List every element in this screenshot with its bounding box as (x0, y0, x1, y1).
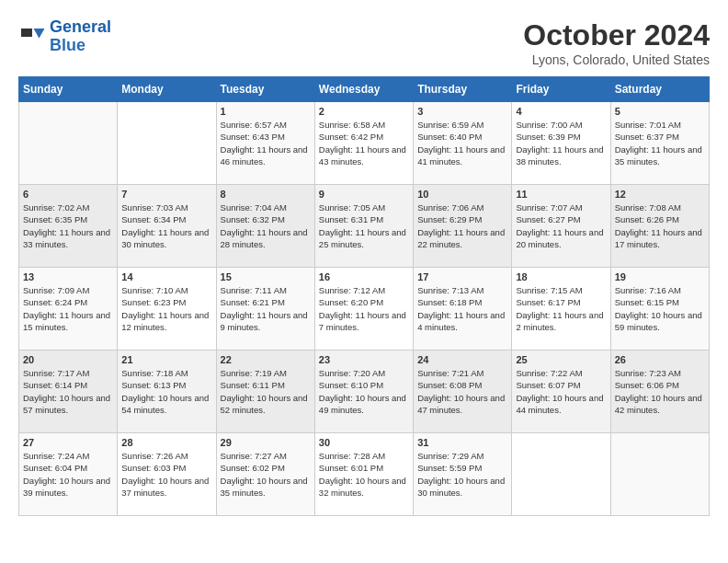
logo-line2: Blue (50, 36, 85, 54)
column-header-tuesday: Tuesday (216, 77, 314, 102)
day-number: 25 (516, 354, 606, 365)
day-number: 14 (121, 271, 211, 282)
day-info: Sunrise: 6:57 AM Sunset: 6:43 PM Dayligh… (221, 119, 311, 167)
day-info: Sunrise: 7:28 AM Sunset: 6:01 PM Dayligh… (319, 450, 409, 499)
day-cell: 23Sunrise: 7:20 AM Sunset: 6:10 PM Dayli… (314, 350, 413, 433)
day-cell: 24Sunrise: 7:21 AM Sunset: 6:08 PM Dayli… (414, 350, 512, 433)
day-cell: 19Sunrise: 7:16 AM Sunset: 6:15 PM Dayli… (610, 268, 709, 350)
day-info: Sunrise: 7:24 AM Sunset: 6:04 PM Dayligh… (23, 450, 113, 499)
column-header-thursday: Thursday (414, 77, 512, 102)
day-cell: 6Sunrise: 7:02 AM Sunset: 6:35 PM Daylig… (19, 185, 118, 268)
day-cell: 11Sunrise: 7:07 AM Sunset: 6:27 PM Dayli… (512, 185, 610, 268)
day-info: Sunrise: 7:29 AM Sunset: 5:59 PM Dayligh… (417, 450, 507, 499)
day-cell: 1Sunrise: 6:57 AM Sunset: 6:43 PM Daylig… (216, 102, 314, 185)
week-row-5: 27Sunrise: 7:24 AM Sunset: 6:04 PM Dayli… (19, 433, 710, 516)
header-row: SundayMondayTuesdayWednesdayThursdayFrid… (19, 77, 710, 102)
day-cell: 15Sunrise: 7:11 AM Sunset: 6:21 PM Dayli… (216, 268, 314, 350)
day-number: 17 (417, 271, 507, 282)
day-info: Sunrise: 7:23 AM Sunset: 6:06 PM Dayligh… (615, 367, 705, 416)
day-cell: 30Sunrise: 7:28 AM Sunset: 6:01 PM Dayli… (314, 433, 413, 516)
day-number: 27 (23, 437, 113, 448)
day-cell: 8Sunrise: 7:04 AM Sunset: 6:32 PM Daylig… (216, 185, 314, 268)
column-header-wednesday: Wednesday (314, 77, 413, 102)
day-cell (118, 102, 216, 185)
page-header: General Blue October 2024 Lyons, Colorad… (18, 18, 710, 67)
day-cell: 10Sunrise: 7:06 AM Sunset: 6:29 PM Dayli… (414, 185, 512, 268)
day-cell: 5Sunrise: 7:01 AM Sunset: 6:37 PM Daylig… (610, 102, 709, 185)
day-cell: 16Sunrise: 7:12 AM Sunset: 6:20 PM Dayli… (314, 268, 413, 350)
column-header-monday: Monday (118, 77, 216, 102)
day-info: Sunrise: 7:05 AM Sunset: 6:31 PM Dayligh… (319, 201, 409, 250)
logo-icon (18, 23, 46, 51)
day-cell (19, 102, 118, 185)
day-info: Sunrise: 7:11 AM Sunset: 6:21 PM Dayligh… (221, 284, 311, 333)
day-cell: 21Sunrise: 7:18 AM Sunset: 6:13 PM Dayli… (118, 350, 216, 433)
day-info: Sunrise: 7:10 AM Sunset: 6:23 PM Dayligh… (121, 284, 211, 333)
day-cell: 26Sunrise: 7:23 AM Sunset: 6:06 PM Dayli… (610, 350, 709, 433)
day-number: 11 (516, 189, 606, 200)
column-header-sunday: Sunday (19, 77, 118, 102)
week-row-2: 6Sunrise: 7:02 AM Sunset: 6:35 PM Daylig… (19, 185, 710, 268)
day-number: 3 (417, 106, 507, 117)
day-number: 26 (615, 354, 705, 365)
calendar-table: SundayMondayTuesdayWednesdayThursdayFrid… (18, 76, 710, 516)
day-number: 1 (221, 106, 311, 117)
day-number: 6 (23, 189, 113, 200)
day-number: 13 (23, 271, 113, 282)
day-cell: 9Sunrise: 7:05 AM Sunset: 6:31 PM Daylig… (314, 185, 413, 268)
day-cell: 25Sunrise: 7:22 AM Sunset: 6:07 PM Dayli… (512, 350, 610, 433)
day-number: 28 (121, 437, 211, 448)
day-number: 24 (417, 354, 507, 365)
logo: General Blue (18, 18, 111, 55)
day-cell: 3Sunrise: 6:59 AM Sunset: 6:40 PM Daylig… (414, 102, 512, 185)
day-cell: 4Sunrise: 7:00 AM Sunset: 6:39 PM Daylig… (512, 102, 610, 185)
day-number: 7 (121, 189, 211, 200)
day-cell: 20Sunrise: 7:17 AM Sunset: 6:14 PM Dayli… (19, 350, 118, 433)
day-cell: 28Sunrise: 7:26 AM Sunset: 6:03 PM Dayli… (118, 433, 216, 516)
day-number: 23 (319, 354, 409, 365)
day-number: 9 (319, 189, 409, 200)
day-cell: 31Sunrise: 7:29 AM Sunset: 5:59 PM Dayli… (414, 433, 512, 516)
day-number: 31 (417, 437, 507, 448)
day-info: Sunrise: 7:04 AM Sunset: 6:32 PM Dayligh… (221, 201, 311, 250)
day-cell: 29Sunrise: 7:27 AM Sunset: 6:02 PM Dayli… (216, 433, 314, 516)
day-info: Sunrise: 7:16 AM Sunset: 6:15 PM Dayligh… (615, 284, 705, 333)
day-info: Sunrise: 7:27 AM Sunset: 6:02 PM Dayligh… (221, 450, 311, 499)
week-row-3: 13Sunrise: 7:09 AM Sunset: 6:24 PM Dayli… (19, 268, 710, 350)
day-cell: 22Sunrise: 7:19 AM Sunset: 6:11 PM Dayli… (216, 350, 314, 433)
svg-marker-0 (34, 29, 45, 39)
day-cell: 18Sunrise: 7:15 AM Sunset: 6:17 PM Dayli… (512, 268, 610, 350)
day-info: Sunrise: 7:15 AM Sunset: 6:17 PM Dayligh… (516, 284, 606, 333)
day-cell (512, 433, 610, 516)
day-cell: 14Sunrise: 7:10 AM Sunset: 6:23 PM Dayli… (118, 268, 216, 350)
day-info: Sunrise: 7:12 AM Sunset: 6:20 PM Dayligh… (319, 284, 409, 333)
day-info: Sunrise: 6:59 AM Sunset: 6:40 PM Dayligh… (417, 119, 507, 167)
month-title: October 2024 (523, 18, 710, 52)
day-info: Sunrise: 7:08 AM Sunset: 6:26 PM Dayligh… (615, 201, 705, 250)
day-number: 30 (319, 437, 409, 448)
day-info: Sunrise: 7:07 AM Sunset: 6:27 PM Dayligh… (516, 201, 606, 250)
week-row-1: 1Sunrise: 6:57 AM Sunset: 6:43 PM Daylig… (19, 102, 710, 185)
day-info: Sunrise: 6:58 AM Sunset: 6:42 PM Dayligh… (319, 119, 409, 167)
day-cell: 17Sunrise: 7:13 AM Sunset: 6:18 PM Dayli… (414, 268, 512, 350)
day-number: 8 (221, 189, 311, 200)
day-number: 5 (615, 106, 705, 117)
day-cell (610, 433, 709, 516)
day-cell: 7Sunrise: 7:03 AM Sunset: 6:34 PM Daylig… (118, 185, 216, 268)
day-info: Sunrise: 7:06 AM Sunset: 6:29 PM Dayligh… (417, 201, 507, 250)
day-number: 12 (615, 189, 705, 200)
day-cell: 13Sunrise: 7:09 AM Sunset: 6:24 PM Dayli… (19, 268, 118, 350)
day-info: Sunrise: 7:09 AM Sunset: 6:24 PM Dayligh… (23, 284, 113, 333)
day-info: Sunrise: 7:02 AM Sunset: 6:35 PM Dayligh… (23, 201, 113, 250)
logo-text: General Blue (50, 18, 111, 55)
column-header-saturday: Saturday (610, 77, 709, 102)
day-number: 21 (121, 354, 211, 365)
day-number: 16 (319, 271, 409, 282)
day-number: 15 (221, 271, 311, 282)
title-area: October 2024 Lyons, Colorado, United Sta… (523, 18, 710, 67)
day-info: Sunrise: 7:03 AM Sunset: 6:34 PM Dayligh… (121, 201, 211, 250)
day-info: Sunrise: 7:00 AM Sunset: 6:39 PM Dayligh… (516, 119, 606, 167)
day-info: Sunrise: 7:20 AM Sunset: 6:10 PM Dayligh… (319, 367, 409, 416)
day-cell: 2Sunrise: 6:58 AM Sunset: 6:42 PM Daylig… (314, 102, 413, 185)
day-info: Sunrise: 7:17 AM Sunset: 6:14 PM Dayligh… (23, 367, 113, 416)
